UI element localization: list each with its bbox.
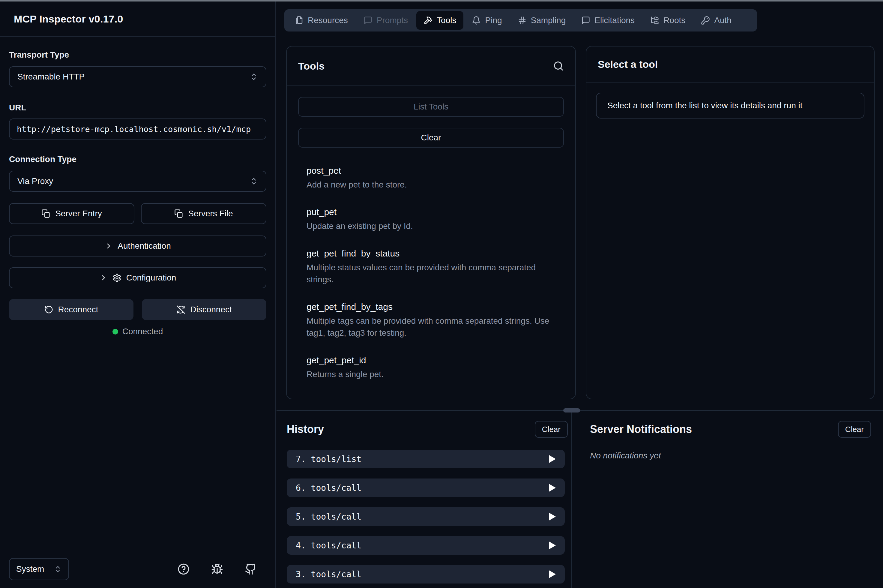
tool-description: Update an existing pet by Id. [307,220,555,232]
transport-type-label: Transport Type [9,50,266,60]
chevrons-up-down-icon [250,73,258,81]
tab-label: Prompts [377,16,408,25]
tools-panel-title: Tools [298,60,325,72]
chevrons-up-down-icon [54,565,62,573]
tab-resources[interactable]: Resources [287,11,355,30]
configuration-label: Configuration [126,273,176,283]
tab-bar: Resources Prompts Tools Ping Sampling El… [284,9,757,32]
tool-name: get_pet_find_by_status [307,248,564,259]
tool-description: Multiple tags can be provided with comma… [307,315,555,339]
tool-item-get-pet-find-by-status[interactable]: get_pet_find_by_status Multiple status v… [307,248,564,286]
tool-item-get-pet-find-by-tags[interactable]: get_pet_find_by_tags Multiple tags can b… [307,302,564,339]
tool-detail-title: Select a tool [598,58,658,70]
tab-roots[interactable]: Roots [643,11,693,30]
history-row[interactable]: 4. tools/call [287,536,565,555]
list-tools-button[interactable]: List Tools [298,97,564,117]
tab-label: Sampling [531,16,566,25]
tool-name: get_pet_pet_id [307,355,564,365]
history-row[interactable]: 7. tools/list [287,450,565,468]
copy-icon [174,209,183,218]
servers-file-button[interactable]: Servers File [141,203,266,224]
sidebar-footer: System [0,558,275,588]
tab-ping[interactable]: Ping [465,11,509,30]
tab-elicitations[interactable]: Elicitations [574,11,642,30]
clear-history-button[interactable]: Clear [535,421,568,438]
chevron-right-icon [104,242,113,250]
files-icon [295,16,304,25]
connection-status: Connected [9,327,266,336]
history-title: History [287,423,324,436]
history-row[interactable]: 3. tools/call [287,565,565,584]
expand-play-icon [549,542,556,549]
transport-type-value: Streamable HTTP [17,72,85,82]
url-label: URL [9,103,266,112]
expand-play-icon [549,455,556,463]
server-entry-button[interactable]: Server Entry [9,203,134,224]
tab-label: Elicitations [594,16,635,25]
clear-tools-button[interactable]: Clear [298,128,564,148]
tab-label: Ping [485,16,502,25]
status-label: Connected [122,327,163,336]
transport-type-select[interactable]: Streamable HTTP [9,66,266,87]
connection-type-label: Connection Type [9,154,266,164]
main-area: Resources Prompts Tools Ping Sampling El… [277,2,883,588]
tab-sampling[interactable]: Sampling [510,11,573,30]
expand-play-icon [549,513,556,520]
history-row-label: 5. tools/call [296,512,361,522]
sidebar-content: Transport Type Streamable HTTP URL Conne… [0,37,275,558]
bug-icon[interactable] [211,563,223,575]
authentication-expander[interactable]: Authentication [9,236,266,256]
notifications-empty-text: No notifications yet [590,451,871,460]
sidebar: MCP Inspector v0.17.0 Transport Type Str… [0,2,276,588]
authentication-label: Authentication [118,241,171,251]
help-circle-icon[interactable] [178,563,190,575]
history-panel: History Clear 7. tools/list 6. tools/cal… [277,411,572,588]
reconnect-label: Reconnect [58,305,98,314]
hammer-icon [424,16,433,25]
server-notifications-panel: Server Notifications Clear No notificati… [572,411,883,588]
folder-tree-icon [650,16,659,25]
expand-play-icon [549,484,556,492]
tab-tools[interactable]: Tools [416,11,463,30]
tool-name: get_pet_find_by_tags [307,302,564,312]
history-row-label: 6. tools/call [296,483,361,493]
clear-notifications-button[interactable]: Clear [838,421,871,438]
disconnect-label: Disconnect [190,305,232,314]
message-square-icon [364,16,373,25]
tab-prompts[interactable]: Prompts [356,11,415,30]
bell-icon [472,16,481,25]
splitter-drag-handle[interactable] [563,408,580,412]
tab-auth[interactable]: Auth [694,11,739,30]
connection-type-select[interactable]: Via Proxy [9,171,266,192]
disconnect-button[interactable]: Disconnect [142,299,266,320]
tool-detail-placeholder: Select a tool from the list to view its … [596,93,864,118]
configuration-expander[interactable]: Configuration [9,267,266,288]
server-notifications-title: Server Notifications [590,423,692,436]
tool-item-post-pet[interactable]: post_pet Add a new pet to the store. [307,166,564,191]
hash-icon [518,16,527,25]
chevron-right-icon [99,274,108,282]
tool-description: Multiple status values can be provided w… [307,262,555,286]
tool-detail-panel: Select a tool Select a tool from the lis… [586,46,875,399]
history-row[interactable]: 5. tools/call [287,507,565,526]
tool-description: Returns a single pet. [307,368,555,380]
history-row[interactable]: 6. tools/call [287,478,565,497]
history-row-label: 4. tools/call [296,541,361,550]
tools-panel: Tools List Tools Clear post_pet Add a ne… [286,46,576,399]
connection-type-value: Via Proxy [17,176,53,186]
tool-name: put_pet [307,207,564,217]
message-square-icon [581,16,590,25]
search-icon[interactable] [553,61,564,71]
theme-select[interactable]: System [9,558,69,580]
github-icon[interactable] [245,563,257,575]
tool-item-get-pet-pet-id[interactable]: get_pet_pet_id Returns a single pet. [307,355,564,380]
tool-name: post_pet [307,166,564,176]
gear-icon [112,273,121,282]
url-input[interactable] [9,118,266,140]
reconnect-button[interactable]: Reconnect [9,299,133,320]
theme-select-value: System [16,564,44,574]
tool-list: post_pet Add a new pet to the store. put… [298,148,564,380]
app-title: MCP Inspector v0.17.0 [14,13,123,25]
tool-item-put-pet[interactable]: put_pet Update an existing pet by Id. [307,207,564,232]
sidebar-header: MCP Inspector v0.17.0 [0,2,275,37]
